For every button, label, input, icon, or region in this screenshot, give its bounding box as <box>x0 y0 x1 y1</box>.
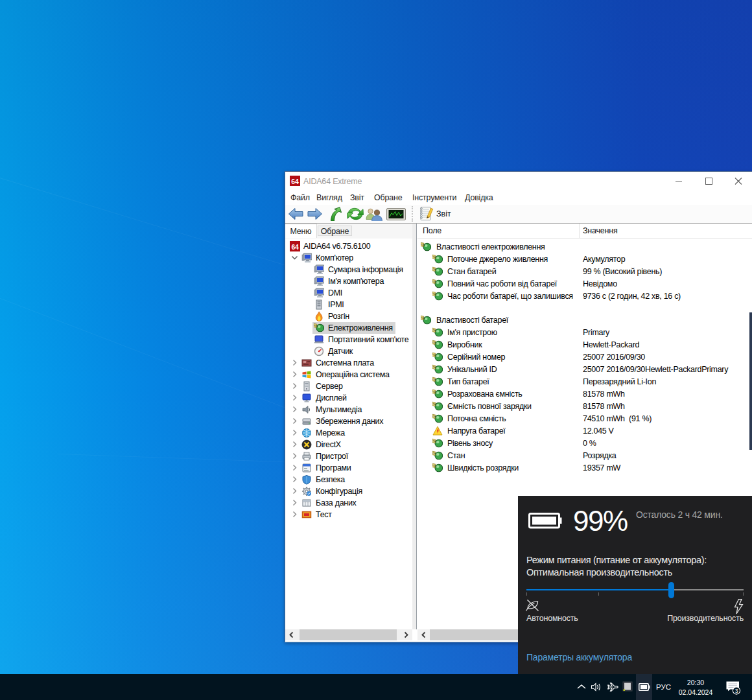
svg-text:3: 3 <box>735 688 738 694</box>
svg-text:64: 64 <box>291 178 299 185</box>
svg-text:64: 64 <box>291 243 299 251</box>
